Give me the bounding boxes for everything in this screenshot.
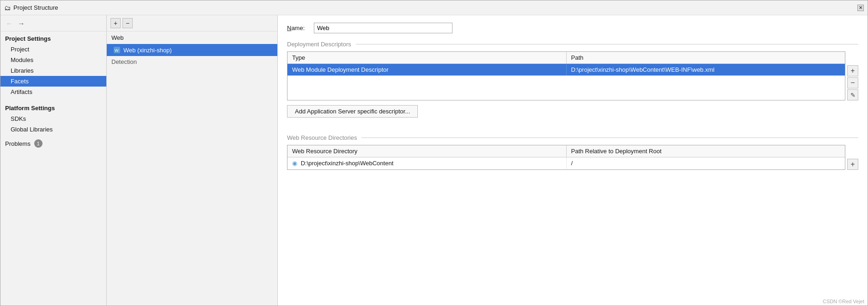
problems-label: Problems: [5, 140, 31, 147]
deployment-path-cell: D:\project\xinzhi-shop\WebContent\WEB-IN…: [567, 64, 845, 75]
name-field-row: Name:: [287, 23, 858, 33]
web-resource-path-cell: /: [567, 157, 845, 169]
deployment-add-button[interactable]: +: [847, 65, 858, 76]
name-input[interactable]: [314, 23, 452, 33]
deployment-table-row[interactable]: Web Module Deployment Descriptor D:\proj…: [287, 64, 845, 76]
remove-facet-button[interactable]: −: [122, 18, 133, 28]
sidebar-item-project[interactable]: Project: [0, 44, 106, 55]
deployment-table-container: Type Path Web Module Deployment Descript…: [287, 51, 845, 100]
deployment-edit-button[interactable]: ✎: [847, 89, 858, 100]
deployment-col-path: Path: [567, 52, 845, 63]
right-panel-inner: Name: Deployment Descriptors Type Path: [278, 15, 868, 306]
right-panel: Name: Deployment Descriptors Type Path: [278, 15, 868, 306]
middle-panel: + − Web W Web (xinzhi-shop) Detection: [107, 15, 278, 306]
sidebar-item-libraries[interactable]: Libraries: [0, 65, 106, 76]
deployment-side-actions: + − ✎: [847, 51, 858, 100]
deployment-descriptors-title: Deployment Descriptors: [287, 41, 858, 48]
web-resource-dirs-section: Web Resource Directories Web Resource Di…: [287, 134, 858, 170]
middle-item-label: Web (xinzhi-shop): [123, 47, 172, 54]
web-resource-table-row[interactable]: ◉ D:\project\xinzhi-shop\WebContent /: [287, 157, 845, 169]
deployment-type-cell: Web Module Deployment Descriptor: [287, 64, 567, 75]
web-icon-svg: W: [114, 47, 120, 53]
sidebar-item-modules[interactable]: Modules: [0, 55, 106, 65]
deployment-descriptors-section: Deployment Descriptors Type Path Web Mod…: [287, 41, 858, 125]
window-icon: 🗂: [4, 4, 11, 12]
web-resource-dir-icon: ◉: [292, 160, 297, 167]
web-resource-table-container: Web Resource Directory Path Relative to …: [287, 145, 845, 170]
middle-subitem-detection[interactable]: Detection: [107, 56, 277, 68]
sidebar: ← → Project Settings Project Modules Lib…: [0, 15, 107, 306]
watermark: CSDN ©Red Vejet: [823, 299, 864, 304]
title-bar-left: 🗂 Project Structure: [4, 4, 58, 12]
web-resource-col-path: Path Relative to Deployment Root: [567, 145, 845, 157]
add-facet-button[interactable]: +: [110, 18, 121, 28]
sidebar-item-facets[interactable]: Facets: [0, 76, 106, 87]
middle-list-header: Web: [107, 31, 277, 44]
sidebar-item-artifacts[interactable]: Artifacts: [0, 87, 106, 97]
sidebar-item-problems[interactable]: Problems 1: [0, 137, 106, 150]
web-resource-col-dir: Web Resource Directory: [287, 145, 567, 157]
deployment-remove-button[interactable]: −: [847, 77, 858, 88]
sidebar-item-global-libraries[interactable]: Global Libraries: [0, 124, 106, 135]
title-bar-controls: ✕: [857, 5, 864, 11]
middle-list-item-web-xinzhi[interactable]: W Web (xinzhi-shop): [107, 44, 277, 56]
name-label: Name:: [287, 25, 310, 31]
title-bar: 🗂 Project Structure ✕: [0, 0, 868, 15]
sidebar-divider: [0, 97, 106, 101]
deployment-table-header: Type Path: [287, 52, 845, 64]
sidebar-nav: ← →: [0, 15, 106, 31]
problems-badge: 1: [34, 139, 43, 148]
main-content: ← → Project Settings Project Modules Lib…: [0, 15, 868, 306]
web-resource-dirs-title: Web Resource Directories: [287, 134, 858, 141]
forward-button[interactable]: →: [16, 18, 26, 28]
middle-toolbar: + −: [107, 15, 277, 31]
window-title: Project Structure: [13, 4, 58, 11]
project-structure-window: 🗂 Project Structure ✕ ← → Project Settin…: [0, 0, 868, 306]
platform-settings-heading: Platform Settings: [0, 101, 106, 113]
svg-text:W: W: [115, 48, 119, 53]
deployment-table-outer: Type Path Web Module Deployment Descript…: [287, 51, 858, 100]
close-btn[interactable]: ✕: [857, 5, 864, 11]
back-button[interactable]: ←: [4, 18, 14, 28]
add-descriptor-button[interactable]: Add Application Server specific descript…: [287, 105, 418, 118]
middle-list: Web W Web (xinzhi-shop) Detection: [107, 31, 277, 306]
web-facet-icon: W: [113, 46, 121, 54]
web-resource-dir-cell: ◉ D:\project\xinzhi-shop\WebContent: [287, 157, 567, 169]
web-resource-side-actions: +: [847, 145, 858, 170]
deployment-empty-row: [287, 76, 845, 94]
web-resource-table-header: Web Resource Directory Path Relative to …: [287, 145, 845, 157]
deployment-col-type: Type: [287, 52, 567, 63]
web-resource-table-outer: Web Resource Directory Path Relative to …: [287, 145, 858, 170]
web-resource-add-button[interactable]: +: [847, 159, 858, 170]
sidebar-item-sdks[interactable]: SDKs: [0, 113, 106, 124]
project-settings-heading: Project Settings: [0, 31, 106, 44]
